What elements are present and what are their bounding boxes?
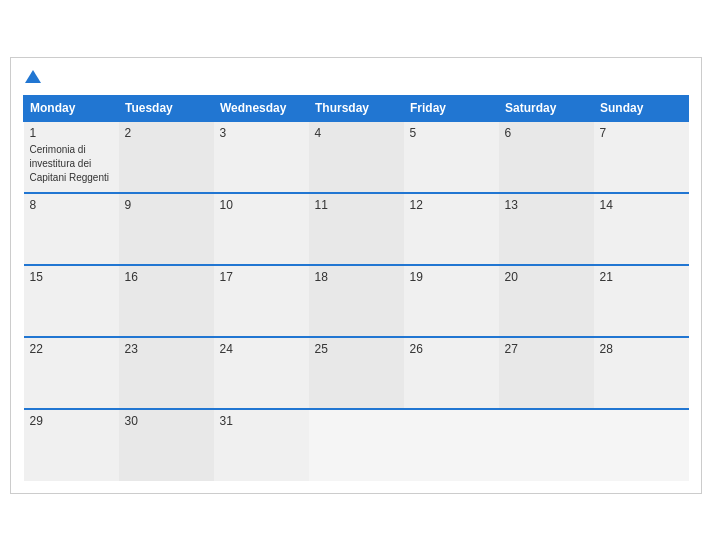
day-number: 6 bbox=[505, 126, 588, 140]
weekday-header-friday: Friday bbox=[404, 95, 499, 121]
week-row-3: 15161718192021 bbox=[24, 265, 689, 337]
day-cell: 4 bbox=[309, 121, 404, 193]
day-number: 30 bbox=[125, 414, 208, 428]
day-number: 24 bbox=[220, 342, 303, 356]
day-number: 9 bbox=[125, 198, 208, 212]
calendar-container: MondayTuesdayWednesdayThursdayFridaySatu… bbox=[10, 57, 702, 494]
weekday-header-thursday: Thursday bbox=[309, 95, 404, 121]
day-cell: 12 bbox=[404, 193, 499, 265]
day-number: 23 bbox=[125, 342, 208, 356]
day-number: 17 bbox=[220, 270, 303, 284]
day-cell: 3 bbox=[214, 121, 309, 193]
day-number: 26 bbox=[410, 342, 493, 356]
day-number: 21 bbox=[600, 270, 683, 284]
day-number: 11 bbox=[315, 198, 398, 212]
event-label: Cerimonia di investitura dei Capitani Re… bbox=[30, 144, 110, 183]
day-cell: 6 bbox=[499, 121, 594, 193]
day-cell: 8 bbox=[24, 193, 119, 265]
day-cell: 20 bbox=[499, 265, 594, 337]
day-number: 12 bbox=[410, 198, 493, 212]
day-cell: 27 bbox=[499, 337, 594, 409]
day-cell: 9 bbox=[119, 193, 214, 265]
day-cell bbox=[594, 409, 689, 481]
week-row-4: 22232425262728 bbox=[24, 337, 689, 409]
day-cell: 31 bbox=[214, 409, 309, 481]
day-cell: 1Cerimonia di investitura dei Capitani R… bbox=[24, 121, 119, 193]
day-number: 14 bbox=[600, 198, 683, 212]
weekday-header-tuesday: Tuesday bbox=[119, 95, 214, 121]
day-number: 7 bbox=[600, 126, 683, 140]
calendar-header bbox=[23, 72, 689, 85]
day-cell: 10 bbox=[214, 193, 309, 265]
day-cell: 7 bbox=[594, 121, 689, 193]
day-number: 27 bbox=[505, 342, 588, 356]
day-cell: 24 bbox=[214, 337, 309, 409]
logo-triangle-icon bbox=[25, 70, 41, 83]
logo bbox=[23, 72, 41, 85]
day-cell: 23 bbox=[119, 337, 214, 409]
day-number: 16 bbox=[125, 270, 208, 284]
day-number: 15 bbox=[30, 270, 113, 284]
day-cell: 15 bbox=[24, 265, 119, 337]
day-cell: 25 bbox=[309, 337, 404, 409]
day-number: 31 bbox=[220, 414, 303, 428]
calendar-grid: MondayTuesdayWednesdayThursdayFridaySatu… bbox=[23, 95, 689, 481]
day-cell: 13 bbox=[499, 193, 594, 265]
day-number: 18 bbox=[315, 270, 398, 284]
day-number: 25 bbox=[315, 342, 398, 356]
day-cell: 30 bbox=[119, 409, 214, 481]
day-number: 2 bbox=[125, 126, 208, 140]
day-number: 28 bbox=[600, 342, 683, 356]
day-number: 1 bbox=[30, 126, 113, 140]
day-cell: 19 bbox=[404, 265, 499, 337]
day-number: 29 bbox=[30, 414, 113, 428]
weekday-header-wednesday: Wednesday bbox=[214, 95, 309, 121]
day-number: 22 bbox=[30, 342, 113, 356]
day-cell: 16 bbox=[119, 265, 214, 337]
weekday-header-monday: Monday bbox=[24, 95, 119, 121]
day-cell: 22 bbox=[24, 337, 119, 409]
day-cell: 29 bbox=[24, 409, 119, 481]
day-number: 19 bbox=[410, 270, 493, 284]
day-cell: 18 bbox=[309, 265, 404, 337]
day-cell bbox=[309, 409, 404, 481]
week-row-1: 1Cerimonia di investitura dei Capitani R… bbox=[24, 121, 689, 193]
day-cell: 17 bbox=[214, 265, 309, 337]
day-number: 3 bbox=[220, 126, 303, 140]
day-cell: 11 bbox=[309, 193, 404, 265]
weekday-header-saturday: Saturday bbox=[499, 95, 594, 121]
weekday-header-sunday: Sunday bbox=[594, 95, 689, 121]
day-number: 5 bbox=[410, 126, 493, 140]
day-cell: 5 bbox=[404, 121, 499, 193]
week-row-5: 293031 bbox=[24, 409, 689, 481]
day-cell bbox=[404, 409, 499, 481]
week-row-2: 891011121314 bbox=[24, 193, 689, 265]
day-cell: 21 bbox=[594, 265, 689, 337]
day-cell bbox=[499, 409, 594, 481]
day-cell: 2 bbox=[119, 121, 214, 193]
day-number: 13 bbox=[505, 198, 588, 212]
day-cell: 14 bbox=[594, 193, 689, 265]
day-cell: 26 bbox=[404, 337, 499, 409]
day-number: 4 bbox=[315, 126, 398, 140]
day-number: 20 bbox=[505, 270, 588, 284]
day-number: 8 bbox=[30, 198, 113, 212]
day-cell: 28 bbox=[594, 337, 689, 409]
day-number: 10 bbox=[220, 198, 303, 212]
weekday-header-row: MondayTuesdayWednesdayThursdayFridaySatu… bbox=[24, 95, 689, 121]
